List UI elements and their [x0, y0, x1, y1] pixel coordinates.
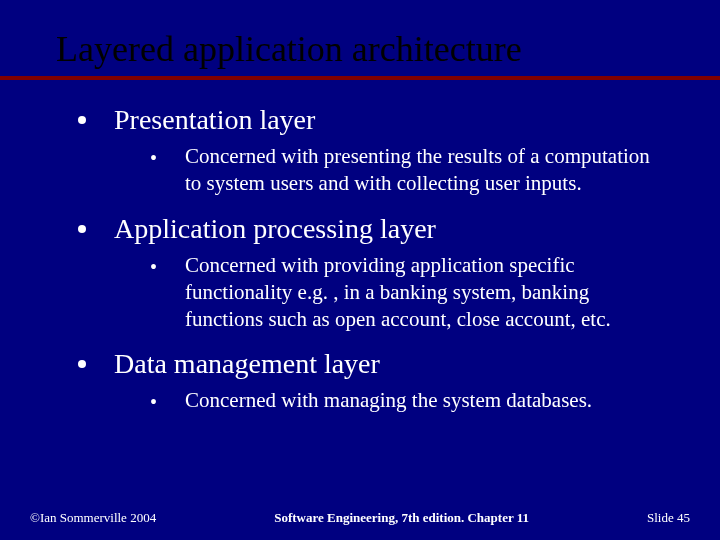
- slide-footer: ©Ian Sommerville 2004 Software Engineeri…: [0, 510, 720, 526]
- bullet-icon: [78, 360, 86, 368]
- list-subitem-text: Concerned with providing application spe…: [185, 252, 662, 333]
- footer-copyright: ©Ian Sommerville 2004: [30, 510, 156, 526]
- list-subitem-text: Concerned with managing the system datab…: [185, 387, 592, 414]
- list-item-heading: Application processing layer: [114, 211, 436, 246]
- list-subitem: • Concerned with presenting the results …: [150, 143, 672, 197]
- list-item: Application processing layer: [78, 211, 672, 246]
- sub-bullet-icon: •: [150, 389, 157, 415]
- bullet-icon: [78, 116, 86, 124]
- list-item-heading: Presentation layer: [114, 102, 315, 137]
- slide: Layered application architecture Present…: [0, 0, 720, 540]
- footer-title: Software Engineering, 7th edition. Chapt…: [156, 510, 647, 526]
- list-subitem: • Concerned with providing application s…: [150, 252, 672, 333]
- list-item: Data management layer: [78, 346, 672, 381]
- list-item-heading: Data management layer: [114, 346, 380, 381]
- slide-content: Presentation layer • Concerned with pres…: [48, 102, 672, 415]
- list-subitem: • Concerned with managing the system dat…: [150, 387, 672, 415]
- slide-title: Layered application architecture: [56, 28, 672, 70]
- bullet-icon: [78, 225, 86, 233]
- footer-slide-number: Slide 45: [647, 510, 690, 526]
- sub-bullet-icon: •: [150, 145, 157, 171]
- list-item: Presentation layer: [78, 102, 672, 137]
- list-subitem-text: Concerned with presenting the results of…: [185, 143, 662, 197]
- title-rule: [0, 76, 720, 80]
- sub-bullet-icon: •: [150, 254, 157, 280]
